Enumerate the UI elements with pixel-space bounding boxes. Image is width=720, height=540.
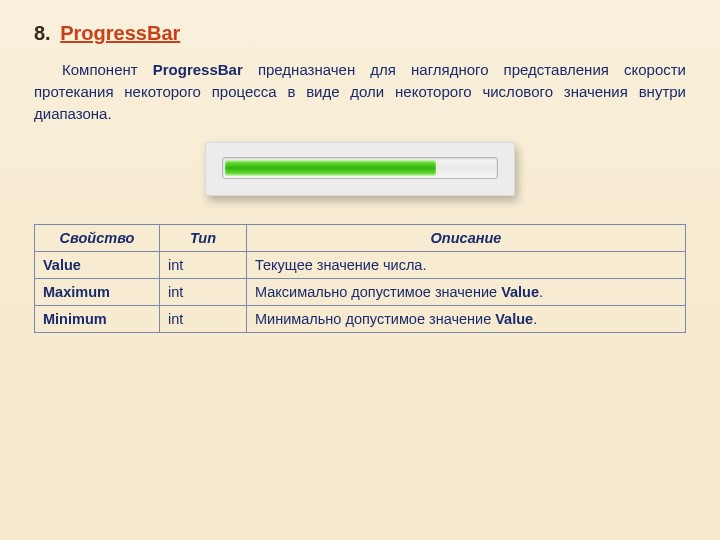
heading-title: ProgressBar: [60, 22, 180, 44]
progressbar-track: [222, 157, 498, 179]
cell-type: int: [160, 306, 247, 333]
progressbar-panel: [205, 142, 515, 196]
paragraph-text-pre: Компонент: [62, 61, 153, 78]
progressbar-fill: [225, 160, 436, 176]
cell-description: Текущее значение числа.: [247, 252, 686, 279]
cell-property: Minimum: [35, 306, 160, 333]
col-header-description: Описание: [247, 225, 686, 252]
table-row: Minimum int Минимально допустимое значен…: [35, 306, 686, 333]
cell-type: int: [160, 252, 247, 279]
paragraph-bold: ProgressBar: [153, 61, 243, 78]
progressbar-figure: [205, 142, 515, 196]
intro-paragraph: Компонент ProgressBar предназначен для н…: [34, 59, 686, 124]
cell-property: Value: [35, 252, 160, 279]
heading-number: 8.: [34, 22, 51, 44]
table-row: Value int Текущее значение числа.: [35, 252, 686, 279]
col-header-property: Свойство: [35, 225, 160, 252]
table-row: Maximum int Максимально допустимое значе…: [35, 279, 686, 306]
document-page: 8. ProgressBar Компонент ProgressBar пре…: [0, 0, 720, 333]
cell-property: Maximum: [35, 279, 160, 306]
section-heading: 8. ProgressBar: [34, 22, 686, 45]
cell-description: Максимально допустимое значение Value.: [247, 279, 686, 306]
table-header-row: Свойство Тип Описание: [35, 225, 686, 252]
properties-table: Свойство Тип Описание Value int Текущее …: [34, 224, 686, 333]
cell-description: Минимально допустимое значение Value.: [247, 306, 686, 333]
cell-type: int: [160, 279, 247, 306]
col-header-type: Тип: [160, 225, 247, 252]
